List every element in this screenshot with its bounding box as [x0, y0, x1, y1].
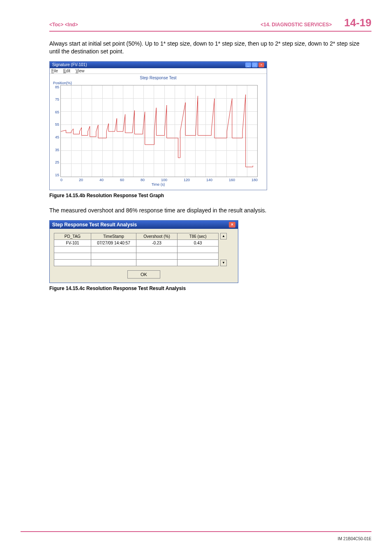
table-row[interactable]: FV-101 07/27/09 14:40:57 -0.23 0.43: [54, 240, 219, 246]
dialog-title: Step Response Test Result Analysis: [52, 222, 137, 228]
table-row: [54, 246, 219, 253]
page-number: 14-19: [344, 16, 372, 29]
menu-edit[interactable]: Edit: [63, 69, 70, 73]
chart-title: Step Response Test: [53, 76, 263, 80]
doc-code: IM 21B04C50-01E: [338, 537, 371, 541]
x-axis-label: Time (s): [53, 182, 263, 187]
col-pdtag: PD_TAG: [54, 233, 91, 240]
header-left[interactable]: <Toc> <Ind>: [49, 22, 78, 28]
y-axis-label: Position(%): [53, 81, 263, 85]
footer-divider: [21, 531, 371, 532]
window-title: Signature (FV-101): [52, 62, 87, 67]
result-dialog: Step Response Test Result Analysis × PD_…: [49, 220, 238, 283]
paragraph-intro: Always start at initial set point (50%).…: [49, 40, 371, 55]
x-ticks: 020406080100120140160180: [60, 178, 258, 182]
col-timestamp: TimeStamp: [91, 233, 136, 240]
menu-file[interactable]: FFileile: [51, 69, 58, 73]
chart-trace: [61, 85, 258, 177]
table-row: [54, 259, 219, 266]
close-icon[interactable]: ×: [229, 222, 235, 228]
menu-bar: FFileile Edit View: [50, 68, 267, 74]
result-table: PD_TAG TimeStamp Overshoot (%) T86 (sec)…: [54, 233, 219, 266]
close-icon[interactable]: ×: [258, 62, 264, 67]
header-section: <14. DIAGNOSTIC SERVICES>: [261, 22, 332, 28]
menu-view[interactable]: View: [76, 69, 85, 73]
chart-plot: [60, 85, 258, 177]
paragraph-result: The measured overshoot and 86% response …: [49, 207, 371, 214]
maximize-icon[interactable]: □: [252, 62, 258, 67]
window-titlebar: Signature (FV-101) _ □ ×: [50, 62, 267, 68]
figure1-caption: Figure 14.15.4b Resolution Response Test…: [49, 193, 371, 198]
dialog-titlebar: Step Response Test Result Analysis ×: [50, 221, 238, 229]
col-overshoot: Overshoot (%): [136, 233, 178, 240]
chart-window: Signature (FV-101) _ □ × FFileile Edit V…: [49, 61, 267, 190]
figure2-caption: Figure 14.15.4c Resolution Response Test…: [49, 286, 371, 291]
page-header: <Toc> <Ind> <14. DIAGNOSTIC SERVICES> 14…: [49, 16, 371, 32]
col-t86: T86 (sec): [178, 233, 219, 240]
table-row: [54, 253, 219, 259]
scroll-down-icon[interactable]: ▼: [220, 260, 227, 266]
y-ticks: 8575655545352515: [53, 85, 60, 177]
scroll-up-icon[interactable]: ▲: [220, 233, 227, 240]
ok-button[interactable]: OK: [127, 270, 160, 279]
scrollbar[interactable]: ▲ ▼: [220, 233, 227, 266]
minimize-icon[interactable]: _: [245, 62, 251, 67]
